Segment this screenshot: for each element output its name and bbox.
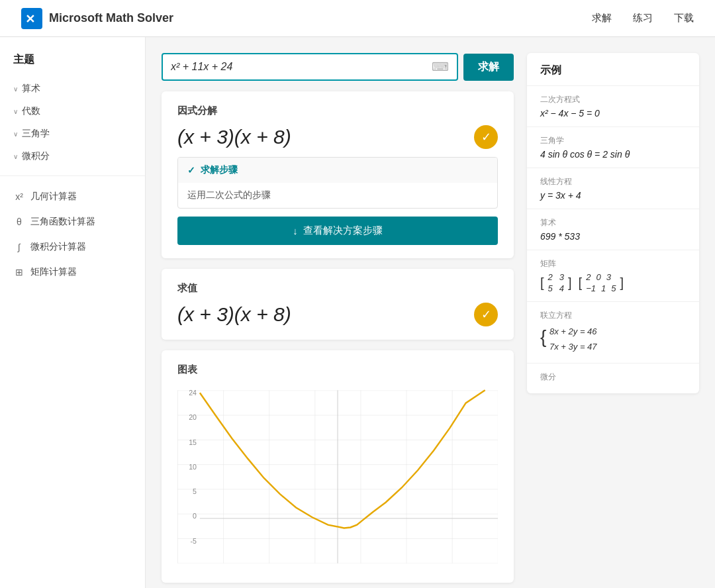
integral-icon: ∫ [13,242,25,252]
header-navigation: 求解 练习 下载 [592,12,694,24]
app-title: Microsoft Math Solver [49,11,173,25]
arrow-down-icon: ↓ [293,225,298,236]
eq-line-1: 8x + 2y = 46 [549,324,686,339]
factoring-title: 因式分解 [177,105,498,117]
sidebar-label-geometry: 几何计算器 [30,191,77,203]
app-header: ✕ Microsoft Math Solver 求解 练习 下载 [0,0,715,37]
logo-area: ✕ Microsoft Math Solver [21,8,173,29]
sidebar-item-calculus[interactable]: ∨ 微积分 [0,145,145,168]
example-trig-category: 三角学 [540,135,686,146]
svg-text:20: 20 [189,413,197,421]
chart-area: 24 20 15 10 5 0 -5 [177,384,498,569]
app-logo-icon: ✕ [21,8,42,29]
examples-card: 示例 二次方程式 x² − 4x − 5 = 0 三角学 4 sin θ cos… [527,53,699,393]
nav-practice[interactable]: 练习 [633,12,653,24]
example-linear[interactable]: 线性方程 y = 3x + 4 [527,168,699,209]
evaluation-math: (x + 3)(x + 8) [177,303,291,326]
chart-svg: 24 20 15 10 5 0 -5 [177,384,498,569]
sidebar-item-algebra[interactable]: ∨ 代数 [0,100,145,122]
sidebar-item-trigonometry[interactable]: ∨ 三角学 [0,122,145,145]
example-matrix-math: [ 23 54 ] [ 203 −115 ] [540,272,686,293]
example-arithmetic-math: 699 * 533 [540,231,686,242]
example-system-math: 8x + 2y = 46 7x + 3y = 47 [540,324,686,355]
search-input[interactable] [171,61,432,73]
example-matrix-category: 矩阵 [540,258,686,270]
view-steps-label: 查看解决方案步骤 [303,224,383,237]
factoring-result: (x + 3)(x + 8) ✓ [177,125,498,149]
search-bar: ⌨ 求解 [162,53,514,81]
sidebar: 主题 ∨ 算术 ∨ 代数 ∨ 三角学 ∨ 微积分 x² 几何计算器 θ 三角函数… [0,37,146,588]
example-quadratic-category: 二次方程式 [540,94,686,105]
example-linear-category: 线性方程 [540,176,686,187]
sidebar-section-title: 主题 [0,53,145,77]
sidebar-label-matrix-calc: 矩阵计算器 [30,266,77,278]
svg-text:✕: ✕ [25,13,35,26]
example-matrix[interactable]: 矩阵 [ 23 54 ] [ 203 −115 ] [527,250,699,301]
search-input-wrapper[interactable]: ⌨ [162,53,458,81]
chevron-icon: ∨ [13,153,18,160]
sidebar-item-matrix-calc[interactable]: ⊞ 矩阵计算器 [0,260,145,285]
nav-solve[interactable]: 求解 [592,12,612,24]
sidebar-item-trig-calc[interactable]: θ 三角函数计算器 [0,209,145,234]
right-panel: 示例 二次方程式 x² − 4x − 5 = 0 三角学 4 sin θ cos… [527,53,699,583]
keyboard-icon[interactable]: ⌨ [432,60,449,74]
example-trig-math: 4 sin θ cos θ = 2 sin θ [540,149,686,160]
example-arithmetic[interactable]: 算术 699 * 533 [527,209,699,250]
sidebar-item-geometry[interactable]: x² 几何计算器 [0,184,145,209]
evaluation-result: (x + 3)(x + 8) ✓ [177,303,498,326]
chart-title: 图表 [177,364,498,376]
svg-text:10: 10 [189,463,197,471]
example-quadratic[interactable]: 二次方程式 x² − 4x − 5 = 0 [527,85,699,126]
examples-title: 示例 [527,53,699,85]
steps-body: 运用二次公式的步骤 [178,183,497,208]
sidebar-divider [0,175,145,176]
sidebar-label-trig-calc: 三角函数计算器 [30,216,95,228]
chevron-icon: ∨ [13,85,18,93]
factoring-card: 因式分解 (x + 3)(x + 8) ✓ ✓ 求解步骤 运用二次公式的步骤 [162,91,514,258]
matrix-icon: ⊞ [13,267,25,277]
sidebar-label-arithmetic: 算术 [22,83,40,95]
svg-text:5: 5 [193,487,197,495]
svg-text:0: 0 [193,512,197,520]
nav-download[interactable]: 下载 [674,12,694,24]
sidebar-item-calculus-calc[interactable]: ∫ 微积分计算器 [0,234,145,260]
chart-card: 图表 24 20 15 [162,350,514,583]
example-quadratic-math: x² − 4x − 5 = 0 [540,108,686,119]
main-panel: ⌨ 求解 因式分解 (x + 3)(x + 8) ✓ ✓ 求解步骤 [162,53,514,583]
sidebar-item-arithmetic[interactable]: ∨ 算术 [0,77,145,100]
steps-header-label: 求解步骤 [201,164,238,176]
view-steps-button[interactable]: ↓ 查看解决方案步骤 [177,217,498,245]
check-icon: ✓ [187,165,195,175]
sidebar-label-calculus-calc: 微积分计算器 [30,241,86,253]
trig-icon: θ [13,217,25,227]
content-area: ⌨ 求解 因式分解 (x + 3)(x + 8) ✓ ✓ 求解步骤 [146,37,715,588]
steps-section: ✓ 求解步骤 运用二次公式的步骤 [177,157,498,209]
chevron-icon: ∨ [13,108,18,115]
svg-text:15: 15 [189,438,197,446]
sidebar-label-trigonometry: 三角学 [22,128,50,140]
solve-button[interactable]: 求解 [463,54,514,81]
example-arithmetic-category: 算术 [540,217,686,228]
evaluation-card: 求值 (x + 3)(x + 8) ✓ [162,269,514,340]
example-linear-math: y = 3x + 4 [540,190,686,201]
evaluation-title: 求值 [177,282,498,295]
factoring-math: (x + 3)(x + 8) [177,126,291,148]
svg-text:24: 24 [189,389,197,397]
factoring-check-badge: ✓ [474,125,498,149]
geometry-icon: x² [13,191,25,202]
svg-text:-5: -5 [191,537,197,545]
example-system-category: 联立方程 [540,310,686,321]
evaluation-check-badge: ✓ [474,303,498,326]
sidebar-label-algebra: 代数 [22,105,40,117]
example-derivative-category: 微分 [540,371,686,383]
eq-line-2: 7x + 3y = 47 [549,339,686,354]
example-trig[interactable]: 三角学 4 sin θ cos θ = 2 sin θ [527,126,699,168]
example-system[interactable]: 联立方程 8x + 2y = 46 7x + 3y = 47 [527,301,699,363]
chevron-icon: ∨ [13,130,18,138]
main-layout: 主题 ∨ 算术 ∨ 代数 ∨ 三角学 ∨ 微积分 x² 几何计算器 θ 三角函数… [0,37,715,588]
steps-header: ✓ 求解步骤 [178,158,497,183]
example-derivative[interactable]: 微分 [527,363,699,393]
sidebar-label-calculus: 微积分 [22,150,50,162]
